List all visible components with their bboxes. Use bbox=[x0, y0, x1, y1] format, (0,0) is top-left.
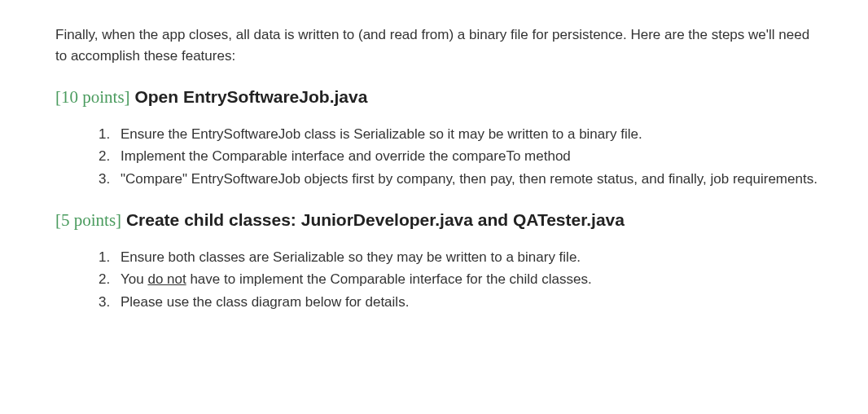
section2-heading: [5 points] Create child classes: JuniorD… bbox=[55, 207, 819, 234]
list-item: "Compare" EntrySoftwareJob objects first… bbox=[114, 169, 819, 190]
list-item: Implement the Comparable interface and o… bbox=[114, 146, 819, 167]
list-item: Please use the class diagram below for d… bbox=[114, 292, 819, 313]
intro-paragraph: Finally, when the app closes, all data i… bbox=[55, 24, 819, 66]
section1-list: Ensure the EntrySoftwareJob class is Ser… bbox=[114, 124, 819, 190]
list-item: Ensure the EntrySoftwareJob class is Ser… bbox=[114, 124, 819, 145]
list-item: Ensure both classes are Serializable so … bbox=[114, 247, 819, 268]
list-item: You do not have to implement the Compara… bbox=[114, 269, 819, 290]
section2-list: Ensure both classes are Serializable so … bbox=[114, 247, 819, 313]
section2-points: [5 points] bbox=[55, 210, 121, 230]
underlined-text: do not bbox=[147, 271, 186, 287]
section1-heading: [10 points] Open EntrySoftwareJob.java bbox=[55, 84, 819, 111]
section1-title: Open EntrySoftwareJob.java bbox=[134, 87, 367, 106]
section2-title: Create child classes: JuniorDeveloper.ja… bbox=[126, 210, 625, 229]
section1-points: [10 points] bbox=[55, 87, 130, 107]
